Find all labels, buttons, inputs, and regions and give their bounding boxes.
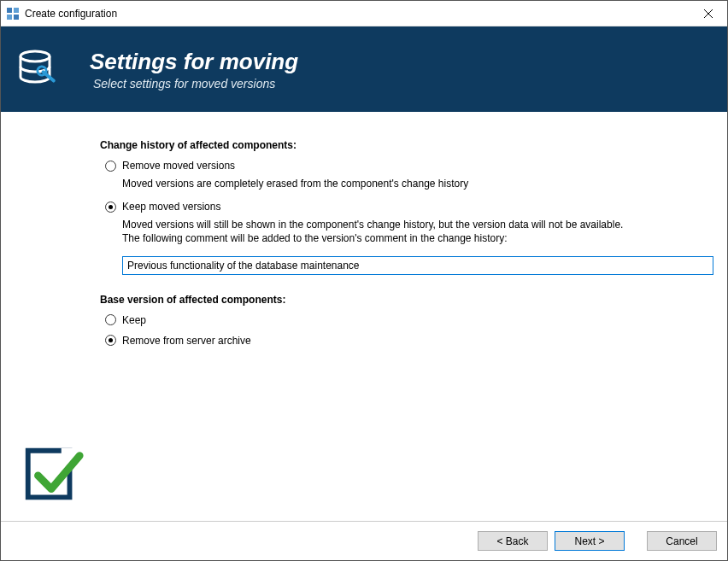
radio-label: Remove from server archive — [122, 335, 251, 347]
cancel-button[interactable]: Cancel — [647, 531, 717, 551]
svg-rect-3 — [14, 15, 19, 20]
section1-label: Change history of affected components: — [100, 139, 715, 151]
radio-label: Remove moved versions — [122, 160, 235, 172]
dialog-window: Create configuration Settings for moving — [0, 0, 728, 561]
app-icon — [6, 7, 20, 20]
desc-line: The following comment will be added to t… — [122, 232, 508, 244]
radio-remove-moved[interactable]: Remove moved versions — [105, 160, 715, 172]
svg-rect-0 — [7, 8, 12, 13]
next-button[interactable]: Next > — [555, 531, 625, 551]
radio-base-remove[interactable]: Remove from server archive — [105, 335, 715, 347]
close-button[interactable] — [689, 1, 727, 26]
banner-text: Settings for moving Select settings for … — [90, 49, 298, 91]
comment-input[interactable] — [122, 256, 713, 275]
svg-point-6 — [21, 51, 50, 61]
database-wrench-icon — [16, 45, 64, 93]
svg-rect-2 — [7, 15, 12, 20]
content-area: Change history of affected components: R… — [1, 112, 727, 521]
radio-label: Keep — [122, 314, 146, 326]
desc-remove-moved: Moved versions are completely erased fro… — [122, 177, 715, 190]
radio-icon — [105, 161, 116, 172]
banner: Settings for moving Select settings for … — [1, 26, 727, 112]
button-bar: < Back Next > Cancel — [1, 521, 727, 560]
radio-keep-moved[interactable]: Keep moved versions — [105, 201, 715, 213]
window-title: Create configuration — [25, 8, 689, 20]
radio-label: Keep moved versions — [122, 201, 220, 213]
svg-rect-1 — [14, 8, 19, 13]
radio-icon — [105, 314, 116, 325]
close-icon — [704, 9, 713, 18]
desc-line: Moved versions will still be shown in th… — [122, 219, 623, 231]
radio-base-keep[interactable]: Keep — [105, 314, 715, 326]
checkmark-icon — [20, 441, 86, 507]
banner-heading: Settings for moving — [90, 49, 298, 75]
radio-icon — [105, 335, 116, 346]
radio-icon — [105, 202, 116, 213]
desc-keep-moved: Moved versions will still be shown in th… — [122, 218, 715, 245]
titlebar: Create configuration — [1, 1, 727, 26]
banner-subtitle: Select settings for moved versions — [93, 77, 298, 91]
section2-label: Base version of affected components: — [100, 294, 715, 306]
back-button[interactable]: < Back — [478, 531, 548, 551]
